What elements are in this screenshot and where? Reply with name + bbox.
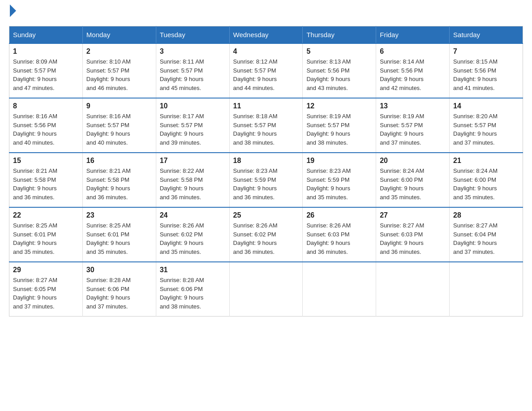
day-info: Sunrise: 8:24 AMSunset: 6:00 PMDaylight:… <box>380 167 446 201</box>
day-info: Sunrise: 8:25 AMSunset: 6:01 PMDaylight:… <box>13 221 79 256</box>
calendar-header: SundayMondayTuesdayWednesdayThursdayFrid… <box>9 26 523 44</box>
day-number: 15 <box>13 157 79 165</box>
calendar-body: 1 Sunrise: 8:09 AMSunset: 5:57 PMDayligh… <box>9 43 523 317</box>
day-info: Sunrise: 8:26 AMSunset: 6:02 PMDaylight:… <box>233 221 299 256</box>
day-info: Sunrise: 8:21 AMSunset: 5:58 PMDaylight:… <box>86 167 152 201</box>
day-number: 6 <box>380 47 446 56</box>
calendar-cell: 17 Sunrise: 8:22 AMSunset: 5:58 PMDaylig… <box>156 153 229 207</box>
day-info: Sunrise: 8:10 AMSunset: 5:57 PMDaylight:… <box>86 57 152 92</box>
day-info: Sunrise: 8:14 AMSunset: 5:56 PMDaylight:… <box>380 57 446 92</box>
day-number: 17 <box>160 157 226 165</box>
days-of-week-row: SundayMondayTuesdayWednesdayThursdayFrid… <box>9 26 523 44</box>
day-info: Sunrise: 8:20 AMSunset: 5:57 PMDaylight:… <box>453 112 519 147</box>
day-header-sunday: Sunday <box>9 26 83 44</box>
week-row-2: 8 Sunrise: 8:16 AMSunset: 5:56 PMDayligh… <box>9 98 523 153</box>
day-number: 29 <box>13 266 79 274</box>
day-info: Sunrise: 8:12 AMSunset: 5:57 PMDaylight:… <box>233 57 299 92</box>
calendar-cell <box>303 262 376 317</box>
calendar-cell: 9 Sunrise: 8:16 AMSunset: 5:57 PMDayligh… <box>82 98 156 153</box>
calendar-cell: 22 Sunrise: 8:25 AMSunset: 6:01 PMDaylig… <box>9 207 83 262</box>
day-number: 16 <box>86 157 152 165</box>
calendar-cell: 27 Sunrise: 8:27 AMSunset: 6:03 PMDaylig… <box>376 207 450 262</box>
day-number: 14 <box>453 102 519 110</box>
calendar-cell: 29 Sunrise: 8:27 AMSunset: 6:05 PMDaylig… <box>9 262 83 317</box>
day-header-thursday: Thursday <box>303 26 376 44</box>
calendar-cell: 16 Sunrise: 8:21 AMSunset: 5:58 PMDaylig… <box>82 153 156 207</box>
day-number: 31 <box>160 266 226 274</box>
calendar-cell: 8 Sunrise: 8:16 AMSunset: 5:56 PMDayligh… <box>9 98 83 153</box>
calendar-cell: 4 Sunrise: 8:12 AMSunset: 5:57 PMDayligh… <box>229 43 303 98</box>
day-number: 19 <box>306 157 372 165</box>
day-number: 23 <box>86 211 152 219</box>
day-number: 4 <box>233 47 299 56</box>
day-number: 9 <box>86 102 152 110</box>
day-number: 25 <box>233 211 299 219</box>
week-row-4: 22 Sunrise: 8:25 AMSunset: 6:01 PMDaylig… <box>9 207 523 262</box>
day-number: 13 <box>380 102 446 110</box>
calendar-cell: 23 Sunrise: 8:25 AMSunset: 6:01 PMDaylig… <box>82 207 156 262</box>
calendar-cell: 13 Sunrise: 8:19 AMSunset: 5:57 PMDaylig… <box>376 98 450 153</box>
day-number: 27 <box>380 211 446 219</box>
calendar-cell: 14 Sunrise: 8:20 AMSunset: 5:57 PMDaylig… <box>450 98 523 153</box>
calendar-cell: 2 Sunrise: 8:10 AMSunset: 5:57 PMDayligh… <box>82 43 156 98</box>
calendar-cell <box>229 262 303 317</box>
calendar-cell: 7 Sunrise: 8:15 AMSunset: 5:56 PMDayligh… <box>450 43 523 98</box>
calendar-cell: 1 Sunrise: 8:09 AMSunset: 5:57 PMDayligh… <box>9 43 83 98</box>
day-header-tuesday: Tuesday <box>156 26 229 44</box>
day-info: Sunrise: 8:23 AMSunset: 5:59 PMDaylight:… <box>306 167 372 201</box>
page-header <box>9 9 523 17</box>
day-header-saturday: Saturday <box>450 26 523 44</box>
day-number: 22 <box>13 211 79 219</box>
day-info: Sunrise: 8:15 AMSunset: 5:56 PMDaylight:… <box>453 57 519 92</box>
day-number: 7 <box>453 47 519 56</box>
week-row-1: 1 Sunrise: 8:09 AMSunset: 5:57 PMDayligh… <box>9 43 523 98</box>
logo-arrow-icon <box>10 4 16 17</box>
week-row-5: 29 Sunrise: 8:27 AMSunset: 6:05 PMDaylig… <box>9 262 523 317</box>
calendar-cell: 3 Sunrise: 8:11 AMSunset: 5:57 PMDayligh… <box>156 43 229 98</box>
day-number: 28 <box>453 211 519 219</box>
day-info: Sunrise: 8:18 AMSunset: 5:57 PMDaylight:… <box>233 112 299 147</box>
day-info: Sunrise: 8:21 AMSunset: 5:58 PMDaylight:… <box>13 167 79 201</box>
calendar-cell <box>376 262 450 317</box>
day-info: Sunrise: 8:13 AMSunset: 5:56 PMDaylight:… <box>306 57 372 92</box>
day-number: 20 <box>380 157 446 165</box>
day-number: 8 <box>13 102 79 110</box>
day-header-wednesday: Wednesday <box>229 26 303 44</box>
calendar-cell: 6 Sunrise: 8:14 AMSunset: 5:56 PMDayligh… <box>376 43 450 98</box>
day-info: Sunrise: 8:11 AMSunset: 5:57 PMDaylight:… <box>160 57 226 92</box>
day-number: 30 <box>86 266 152 274</box>
calendar-cell: 11 Sunrise: 8:18 AMSunset: 5:57 PMDaylig… <box>229 98 303 153</box>
day-header-monday: Monday <box>82 26 156 44</box>
day-number: 12 <box>306 102 372 110</box>
calendar-table: SundayMondayTuesdayWednesdayThursdayFrid… <box>9 26 523 317</box>
day-info: Sunrise: 8:26 AMSunset: 6:02 PMDaylight:… <box>160 221 226 256</box>
day-number: 18 <box>233 157 299 165</box>
calendar-cell: 19 Sunrise: 8:23 AMSunset: 5:59 PMDaylig… <box>303 153 376 207</box>
calendar-cell <box>450 262 523 317</box>
day-info: Sunrise: 8:27 AMSunset: 6:03 PMDaylight:… <box>380 221 446 256</box>
day-info: Sunrise: 8:26 AMSunset: 6:03 PMDaylight:… <box>306 221 372 256</box>
day-number: 11 <box>233 102 299 110</box>
day-number: 21 <box>453 157 519 165</box>
day-info: Sunrise: 8:25 AMSunset: 6:01 PMDaylight:… <box>86 221 152 256</box>
day-number: 24 <box>160 211 226 219</box>
week-row-3: 15 Sunrise: 8:21 AMSunset: 5:58 PMDaylig… <box>9 153 523 207</box>
calendar-cell: 18 Sunrise: 8:23 AMSunset: 5:59 PMDaylig… <box>229 153 303 207</box>
day-number: 10 <box>160 102 226 110</box>
day-info: Sunrise: 8:24 AMSunset: 6:00 PMDaylight:… <box>453 167 519 201</box>
day-info: Sunrise: 8:16 AMSunset: 5:57 PMDaylight:… <box>86 112 152 147</box>
calendar-cell: 25 Sunrise: 8:26 AMSunset: 6:02 PMDaylig… <box>229 207 303 262</box>
calendar-cell: 21 Sunrise: 8:24 AMSunset: 6:00 PMDaylig… <box>450 153 523 207</box>
calendar-cell: 31 Sunrise: 8:28 AMSunset: 6:06 PMDaylig… <box>156 262 229 317</box>
day-number: 5 <box>306 47 372 56</box>
day-info: Sunrise: 8:28 AMSunset: 6:06 PMDaylight:… <box>86 276 152 311</box>
day-info: Sunrise: 8:23 AMSunset: 5:59 PMDaylight:… <box>233 167 299 201</box>
day-header-friday: Friday <box>376 26 450 44</box>
day-info: Sunrise: 8:19 AMSunset: 5:57 PMDaylight:… <box>306 112 372 147</box>
calendar-cell: 30 Sunrise: 8:28 AMSunset: 6:06 PMDaylig… <box>82 262 156 317</box>
calendar-cell: 20 Sunrise: 8:24 AMSunset: 6:00 PMDaylig… <box>376 153 450 207</box>
day-number: 26 <box>306 211 372 219</box>
day-info: Sunrise: 8:27 AMSunset: 6:05 PMDaylight:… <box>13 276 79 311</box>
calendar-cell: 10 Sunrise: 8:17 AMSunset: 5:57 PMDaylig… <box>156 98 229 153</box>
day-info: Sunrise: 8:17 AMSunset: 5:57 PMDaylight:… <box>160 112 226 147</box>
